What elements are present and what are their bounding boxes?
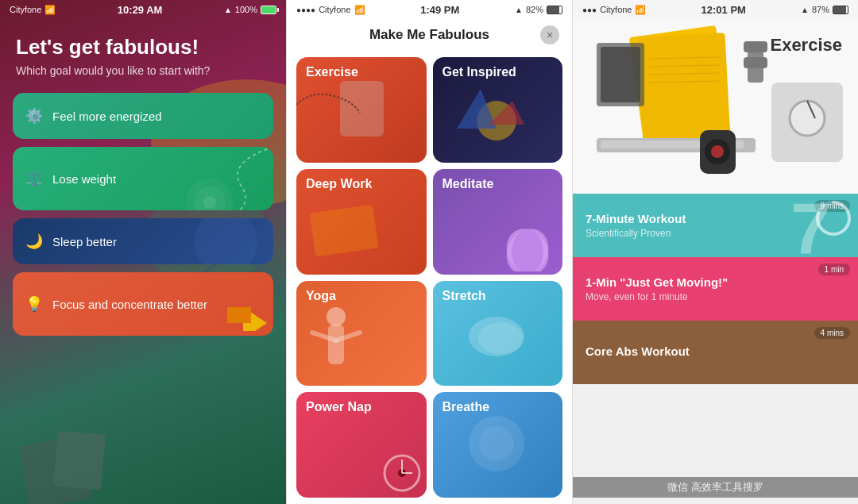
- svg-rect-18: [328, 325, 344, 364]
- powernap-deco: [382, 453, 422, 493]
- focus-label: Focus and concentrate better: [52, 298, 207, 311]
- workout-item-seven[interactable]: 7-Minute Workout Scientifically Proven 9…: [573, 194, 858, 257]
- screen1-statusbar: Cityfone 📶 10:29 AM ▲ 100%: [0, 0, 286, 19]
- weight-icon: ⚖️: [25, 170, 43, 187]
- battery3-icon: [833, 6, 848, 14]
- wechat-watermark: 微信 高效率工具搜罗: [573, 477, 858, 498]
- grid-item-powernap[interactable]: Power Nap: [296, 392, 427, 498]
- svg-point-46: [711, 145, 724, 158]
- focus-icon: 💡: [25, 295, 43, 313]
- screen2-title: Make Me Fabulous: [369, 27, 489, 43]
- svg-rect-9: [227, 307, 251, 323]
- svg-rect-31: [638, 33, 731, 144]
- screen3-statusbar: ●●● Cityfone 📶 12:01 PM ▲ 87%: [573, 0, 858, 19]
- svg-rect-43: [744, 57, 767, 68]
- close-button[interactable]: ×: [540, 25, 559, 44]
- carrier1: Cityfone: [10, 5, 41, 14]
- time1: 10:29 AM: [118, 4, 163, 16]
- svg-point-19: [327, 307, 346, 326]
- workout-core-badge: 4 mins: [814, 327, 850, 339]
- bg-deco2: [16, 409, 143, 504]
- powernap-label: Power Nap: [306, 400, 372, 414]
- breathe-label: Breathe: [443, 400, 490, 414]
- exercise-label: Exercise: [306, 65, 358, 79]
- grid-item-deepwork[interactable]: Deep Work: [296, 169, 427, 275]
- gps1-icon: ▲: [224, 6, 232, 14]
- workout-one-text: 1-Min "Just Get Moving!" Move, even for …: [586, 275, 845, 302]
- workout-list: 7-Minute Workout Scientifically Proven 9…: [573, 194, 858, 504]
- goal-weight[interactable]: ⚖️ Lose weight: [13, 147, 273, 210]
- carrier2-name: Cityfone: [319, 5, 350, 14]
- workout-item-core[interactable]: Core Abs Workout 4 mins: [573, 321, 858, 384]
- svg-rect-10: [340, 81, 384, 137]
- goal-focus[interactable]: 💡 Focus and concentrate better: [13, 272, 273, 336]
- energized-icon: ⚙️: [25, 107, 43, 125]
- screen1-headline: Let's get fabulous!: [16, 35, 270, 60]
- workout-core-text: Core Abs Workout: [586, 344, 845, 360]
- svg-rect-3: [53, 431, 106, 491]
- battery2-icon: [547, 6, 562, 14]
- screen3-hero: Exercise: [573, 19, 858, 194]
- svg-point-37: [790, 101, 825, 136]
- goal-sleep[interactable]: 🌙 Sleep better: [13, 218, 273, 264]
- screen3: ●●● Cityfone 📶 12:01 PM ▲ 87% Exercise: [572, 0, 858, 504]
- svg-point-7: [194, 218, 257, 264]
- workout-one-subtitle: Move, even for 1 minute: [586, 291, 845, 302]
- workout-core-title: Core Abs Workout: [586, 344, 845, 358]
- carrier3: ●●●: [582, 6, 597, 14]
- workout-one-title: 1-Min "Just Get Moving!": [586, 275, 845, 289]
- sleep-label: Sleep better: [52, 235, 117, 248]
- inspired-label: Get Inspired: [443, 65, 516, 79]
- arrow-deco: [219, 291, 267, 331]
- energized-label: Feel more energized: [52, 110, 162, 123]
- battery2-label: 82%: [526, 5, 543, 14]
- wifi1-icon: 📶: [44, 5, 56, 15]
- screen2-statusbar: ●●●● Cityfone 📶 1:49 PM ▲ 82%: [287, 0, 572, 19]
- svg-point-23: [478, 322, 523, 354]
- screen2: ●●●● Cityfone 📶 1:49 PM ▲ 82% Make Me Fa…: [286, 0, 572, 504]
- wave-deco: [146, 147, 273, 210]
- svg-point-6: [203, 196, 216, 209]
- svg-point-29: [479, 426, 514, 461]
- workout-seven-text: 7-Minute Workout Scientifically Proven: [586, 212, 845, 239]
- screen1: Cityfone 📶 10:29 AM ▲ 100% Let's get fab…: [0, 0, 286, 504]
- close-icon: ×: [547, 29, 553, 41]
- workout-seven-subtitle: Scientifically Proven: [586, 228, 845, 239]
- stretch-label: Stretch: [443, 289, 486, 303]
- wechat-text: 微信 高效率工具搜罗: [667, 481, 763, 493]
- time2: 1:49 PM: [420, 4, 459, 16]
- grid-item-yoga[interactable]: Yoga: [296, 281, 427, 387]
- svg-rect-42: [744, 41, 767, 52]
- workout-seven-title: 7-Minute Workout: [586, 212, 845, 225]
- workout-item-one[interactable]: 1-Min "Just Get Moving!" Move, even for …: [573, 257, 858, 321]
- grid-container: Exercise Get Inspired Deep Work: [287, 51, 572, 504]
- weight-label: Lose weight: [52, 172, 116, 186]
- screen2-header: Make Me Fabulous ×: [287, 19, 572, 51]
- grid-item-exercise[interactable]: Exercise: [296, 57, 427, 163]
- sleep-deco: [146, 218, 273, 264]
- svg-rect-48: [601, 47, 640, 102]
- battery3-label: 87%: [812, 5, 829, 14]
- carrier2: ●●●●: [296, 6, 315, 14]
- battery1-icon: [261, 6, 276, 14]
- goal-energized[interactable]: ⚙️ Feel more energized: [13, 93, 273, 139]
- wifi2-icon: 📶: [354, 5, 365, 15]
- gps3-icon: ▲: [801, 6, 809, 14]
- deepwork-label: Deep Work: [306, 177, 372, 191]
- meditate-deco: [496, 208, 559, 271]
- svg-rect-14: [310, 204, 379, 256]
- wifi3-icon: 📶: [635, 5, 646, 15]
- grid-item-meditate[interactable]: Meditate: [433, 169, 563, 275]
- grid-item-stretch[interactable]: Stretch: [433, 281, 563, 387]
- hero-deco: [573, 19, 858, 194]
- grid-item-breathe[interactable]: Breathe: [433, 392, 563, 498]
- workout-one-badge: 1 min: [818, 264, 850, 275]
- time3: 12:01 PM: [701, 4, 746, 16]
- carrier3-name: Cityfone: [600, 5, 632, 14]
- meditate-label: Meditate: [443, 177, 494, 191]
- gps2-icon: ▲: [515, 6, 523, 14]
- yoga-label: Yoga: [306, 289, 336, 303]
- sleep-icon: 🌙: [25, 233, 43, 250]
- grid-item-inspired[interactable]: Get Inspired: [433, 57, 563, 163]
- battery1-label: 100%: [235, 5, 257, 14]
